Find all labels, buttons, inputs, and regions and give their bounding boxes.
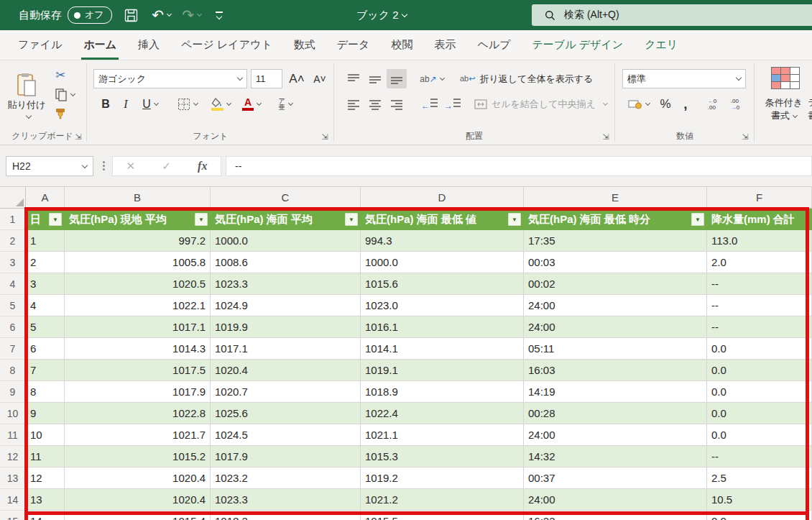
cell[interactable]: 0.0 [707, 360, 812, 381]
cell[interactable]: 0.0 [707, 511, 812, 520]
cell[interactable]: 00:37 [524, 467, 707, 489]
cell[interactable]: 13 [26, 489, 65, 511]
conditional-formatting-label[interactable]: 条件付き 書式 [759, 95, 809, 124]
align-bottom-button[interactable] [387, 69, 407, 88]
cell[interactable]: -- [707, 446, 812, 467]
comma-style-button[interactable]: , [677, 94, 694, 114]
cell[interactable]: 1021.2 [361, 489, 524, 511]
font-name-select[interactable]: 游ゴシック [93, 69, 247, 88]
cell[interactable]: 11 [26, 446, 65, 467]
bold-button[interactable]: B [96, 94, 115, 114]
cell[interactable]: 1022.1 [65, 295, 211, 316]
orientation-button[interactable]: ab↗ [415, 69, 448, 88]
filter-button[interactable]: ▼ [49, 213, 62, 226]
cell[interactable]: 0.0 [707, 381, 812, 403]
cell[interactable]: 0.0 [707, 403, 812, 424]
cell[interactable]: 1023.3 [211, 489, 361, 511]
table-header-cell[interactable]: 気圧(hPa) 海面 最低 時分▼ [524, 209, 707, 230]
column-header-D[interactable]: D [361, 187, 524, 209]
cell[interactable]: 17:35 [524, 230, 707, 252]
cell[interactable]: 24:00 [524, 424, 707, 446]
clipboard-dialog-launcher[interactable]: ⇲ [73, 132, 83, 142]
format-painter-button[interactable] [50, 105, 70, 122]
cell[interactable]: 1017.1 [65, 316, 211, 338]
cell[interactable]: 24:00 [524, 316, 707, 338]
row-header-5[interactable]: 5 [0, 295, 26, 316]
cancel-button[interactable]: ✕ [126, 160, 136, 173]
row-header-12[interactable]: 12 [0, 446, 26, 467]
column-header-E[interactable]: E [524, 187, 707, 209]
font-color-button[interactable]: A [237, 94, 266, 114]
cell[interactable]: 1024.5 [211, 424, 361, 446]
cell[interactable]: 7 [26, 360, 65, 381]
cell[interactable]: 994.3 [361, 230, 524, 252]
undo-button[interactable]: ↶ [151, 4, 172, 26]
cell[interactable]: 1008.6 [211, 252, 361, 273]
tab-formulas[interactable]: 数式 [283, 30, 326, 60]
name-box[interactable]: H22 [6, 156, 93, 176]
enter-button[interactable]: ✓ [162, 160, 171, 173]
cell[interactable]: 24:00 [524, 489, 707, 511]
wrap-text-button[interactable]: ab↩ 折り返して全体を表示する [460, 69, 611, 88]
filter-button[interactable]: ▼ [195, 213, 208, 226]
align-top-button[interactable] [343, 69, 364, 88]
cell[interactable]: 14 [26, 511, 65, 520]
cell[interactable]: 2.0 [707, 252, 812, 273]
row-header-14[interactable]: 14 [0, 489, 26, 511]
select-all-corner[interactable] [0, 187, 26, 209]
cell[interactable]: 1016.1 [361, 316, 524, 338]
cell[interactable]: 6 [26, 338, 65, 360]
tab-file[interactable]: ファイル [7, 30, 73, 60]
cell[interactable]: 5 [26, 316, 65, 338]
row-header-3[interactable]: 3 [0, 252, 26, 273]
align-middle-button[interactable] [365, 69, 385, 88]
cell[interactable]: -- [707, 316, 812, 338]
cell[interactable]: 00:03 [524, 252, 707, 273]
row-header-7[interactable]: 7 [0, 338, 26, 360]
cell[interactable]: -- [707, 295, 812, 316]
row-header-15[interactable]: 15 [0, 511, 26, 520]
table-header-cell[interactable]: 日▼ [26, 209, 65, 230]
cell[interactable]: 3 [26, 273, 65, 295]
row-header-9[interactable]: 9 [0, 381, 26, 403]
increase-font-size-button[interactable]: A˄ [286, 69, 308, 88]
cell[interactable]: 1015.2 [65, 446, 211, 467]
cell[interactable]: 1015.6 [361, 273, 524, 295]
cell[interactable]: -- [707, 273, 812, 295]
paste-button[interactable]: 貼り付け [7, 65, 46, 125]
cell[interactable]: 1015.3 [361, 446, 524, 467]
cell[interactable]: 1025.6 [211, 403, 361, 424]
column-header-A[interactable]: A [26, 187, 65, 209]
row-header-4[interactable]: 4 [0, 273, 26, 295]
column-header-B[interactable]: B [65, 187, 211, 209]
autosave-toggle[interactable]: 自動保存 オフ [19, 6, 112, 24]
cut-button[interactable]: ✂ [50, 66, 70, 83]
cell[interactable]: 1023.2 [211, 467, 361, 489]
cell[interactable]: 1022.8 [65, 403, 211, 424]
table-header-cell[interactable]: 気圧(hPa) 海面 最低 値▼ [361, 209, 524, 230]
cell[interactable]: 16:33 [524, 511, 707, 520]
cell[interactable]: 1023.0 [361, 295, 524, 316]
cell[interactable]: 4 [26, 295, 65, 316]
cell[interactable]: 0.0 [707, 338, 812, 360]
tab-help[interactable]: ヘルプ [466, 30, 521, 60]
cell[interactable]: 1005.8 [65, 252, 211, 273]
align-left-button[interactable] [343, 94, 364, 114]
merge-center-button[interactable]: セルを結合して中央揃え [474, 94, 611, 114]
column-header-F[interactable]: F [707, 187, 812, 209]
customize-quick-access-button[interactable] [216, 12, 223, 19]
row-header-6[interactable]: 6 [0, 316, 26, 338]
cell[interactable]: 1018.9 [361, 381, 524, 403]
cell[interactable]: 1020.5 [65, 273, 211, 295]
tab-review[interactable]: 校閲 [380, 30, 423, 60]
cell[interactable]: 10.5 [707, 489, 812, 511]
cell[interactable]: 1021.1 [361, 424, 524, 446]
filter-button[interactable]: ▼ [508, 213, 521, 226]
number-format-select[interactable]: 標準 [622, 69, 746, 88]
cell[interactable]: 0.0 [707, 424, 812, 446]
tab-view[interactable]: 表示 [423, 30, 466, 60]
row-header-13[interactable]: 13 [0, 467, 26, 489]
cell[interactable]: 1020.4 [65, 467, 211, 489]
cell[interactable]: 1019.1 [361, 360, 524, 381]
redo-button[interactable]: ↷ [181, 4, 203, 26]
